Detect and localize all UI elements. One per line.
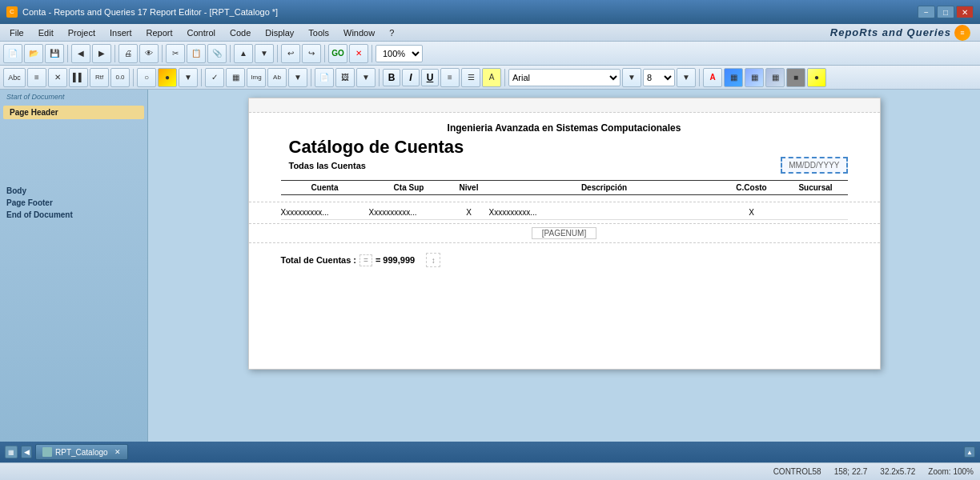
undo-button[interactable]: ↩ (281, 44, 300, 63)
font-drop[interactable]: ▼ (622, 68, 641, 87)
underline-button[interactable]: U (421, 69, 439, 86)
logo-text: RepoRts and Queries (830, 26, 951, 38)
menu-item-project[interactable]: Project (62, 26, 102, 39)
separator-10 (311, 69, 311, 86)
end-marker: ↕ (426, 253, 440, 267)
menu-item-edit[interactable]: Edit (32, 26, 60, 39)
tab-icon (42, 447, 52, 457)
color-bright[interactable]: ● (807, 68, 826, 87)
font-selector[interactable]: Arial Times New Roman Courier New (508, 69, 621, 86)
drop2-btn[interactable]: ▼ (288, 68, 307, 87)
zoom-selector[interactable]: 100% 50% 75% 125% 150% (376, 45, 423, 62)
cell-ctasup: Xxxxxxxxxx... (369, 208, 449, 217)
align-center-button[interactable]: ☰ (461, 68, 480, 87)
ab-button[interactable]: Ab (267, 68, 287, 87)
menu-item-tools[interactable]: Tools (302, 26, 335, 39)
title-bar: C Conta - Reports and Queries 17 Report … (0, 0, 980, 24)
taskbar: ▦ ◀ RPT_Catalogo ✕ ▲ (0, 442, 980, 462)
copy-button[interactable]: 📋 (187, 44, 206, 63)
check-button[interactable]: ✓ (205, 68, 224, 87)
rtf-button[interactable]: Rtf (90, 68, 109, 87)
num-button[interactable]: 0.0 (110, 68, 130, 87)
menu-item-file[interactable]: File (3, 26, 30, 39)
start-of-document-label: Start of Document (0, 90, 147, 104)
run-button[interactable]: GO (328, 44, 347, 63)
color-a-button[interactable]: A (703, 68, 722, 87)
abc-button[interactable]: Abc (3, 68, 26, 87)
page-header-label[interactable]: Page Header (3, 106, 144, 119)
cut-button[interactable]: ✂ (166, 44, 185, 63)
bold-button[interactable]: B (383, 69, 400, 86)
color-grid3[interactable]: ▦ (765, 68, 785, 87)
menu-item-display[interactable]: Display (259, 26, 300, 39)
cross-button[interactable]: ✕ (48, 68, 67, 87)
status-position: 158; 22.7 (834, 467, 868, 476)
separator-13 (699, 69, 700, 86)
file-btn[interactable]: 📄 (315, 68, 334, 87)
size-selector[interactable]: 8 9 10 11 12 (643, 69, 675, 86)
end-section: Total de Cuentas : = = 999,999 ↕ (249, 243, 880, 283)
separator-5 (277, 45, 278, 62)
align-left-button[interactable]: ≡ (440, 68, 460, 87)
close-button[interactable]: ✕ (956, 6, 974, 18)
img-button[interactable]: Img (247, 68, 266, 87)
col-desc: Descripción (489, 183, 720, 192)
scroll-up-button[interactable]: ▲ (964, 446, 975, 458)
color-grid1[interactable]: ▦ (724, 68, 743, 87)
menu-item-report[interactable]: Report (139, 26, 179, 39)
forward-button[interactable]: ▶ (92, 44, 111, 63)
minimize-button[interactable]: − (918, 6, 935, 18)
highlight-button[interactable]: A (482, 68, 501, 87)
separator-12 (504, 69, 505, 86)
move-up-button[interactable]: ▲ (234, 44, 253, 63)
size-drop[interactable]: ▼ (677, 68, 696, 87)
separator-9 (201, 69, 202, 86)
toolbar-1: 📄 📂 💾 ◀ ▶ 🖨 👁 ✂ 📋 📎 ▲ ▼ ↩ ↪ GO ✕ 100% 50… (0, 42, 980, 66)
cell-cuenta: Xxxxxxxxxx... (281, 208, 369, 217)
pagenum-field: [PAGENUM] (532, 227, 596, 239)
tab-label: RPT_Catalogo (55, 448, 108, 457)
report-paper: Ingenieria Avanzada en Sistemas Computac… (248, 98, 881, 370)
menu-item-window[interactable]: Window (337, 26, 381, 39)
cell-nivel: X (449, 208, 489, 217)
page-header-section: Ingenieria Avanzada en Sistemas Computac… (249, 113, 880, 202)
menu-item-insert[interactable]: Insert (103, 26, 139, 39)
menu-bar: File Edit Project Insert Report Control … (0, 24, 980, 42)
preview-button[interactable]: 👁 (139, 44, 159, 63)
menu-item-control[interactable]: Control (181, 26, 222, 39)
italic-button[interactable]: I (402, 69, 420, 86)
col-ctasup: Cta Sup (369, 183, 449, 192)
move-down-button[interactable]: ▼ (255, 44, 274, 63)
back-button[interactable]: ◀ (71, 44, 90, 63)
print-button[interactable]: 🖨 (118, 44, 138, 63)
new-button[interactable]: 📄 (3, 44, 22, 63)
sphere-button[interactable]: ○ (137, 68, 156, 87)
stop-button[interactable]: ✕ (349, 44, 368, 63)
color-grid2[interactable]: ▦ (745, 68, 764, 87)
taskbar-scroll-left[interactable]: ◀ (21, 446, 32, 458)
drop-btn[interactable]: ▼ (179, 68, 198, 87)
tab-close[interactable]: ✕ (114, 448, 121, 456)
status-size: 32.2x5.72 (880, 467, 915, 476)
color-solid[interactable]: ■ (786, 68, 805, 87)
date-field[interactable]: MM/DD/YYYY (781, 157, 847, 174)
save-button[interactable]: 💾 (45, 44, 64, 63)
taskbar-icon: ▦ (5, 446, 18, 458)
menu-item-help[interactable]: ? (383, 26, 400, 39)
column-headers: Cuenta Cta Sup Nivel Descripción C.Costo… (281, 180, 848, 195)
redo-button[interactable]: ↪ (302, 44, 321, 63)
body-label: Body (0, 185, 147, 197)
canvas-area[interactable]: Ingenieria Avanzada en Sistemas Computac… (148, 90, 980, 442)
tab-rpt-catalogo[interactable]: RPT_Catalogo ✕ (35, 444, 128, 460)
top-margin (249, 98, 880, 113)
pic-btn[interactable]: 🖼 (335, 68, 355, 87)
color-button[interactable]: ● (158, 68, 177, 87)
drop3-btn[interactable]: ▼ (356, 68, 376, 87)
barcode-button[interactable]: ▌▌ (69, 68, 88, 87)
paste-button[interactable]: 📎 (207, 44, 227, 63)
menu-item-code[interactable]: Code (223, 26, 257, 39)
open-button[interactable]: 📂 (24, 44, 43, 63)
maximize-button[interactable]: □ (937, 6, 954, 18)
table-button[interactable]: ▦ (226, 68, 245, 87)
list-button[interactable]: ≡ (27, 68, 46, 87)
